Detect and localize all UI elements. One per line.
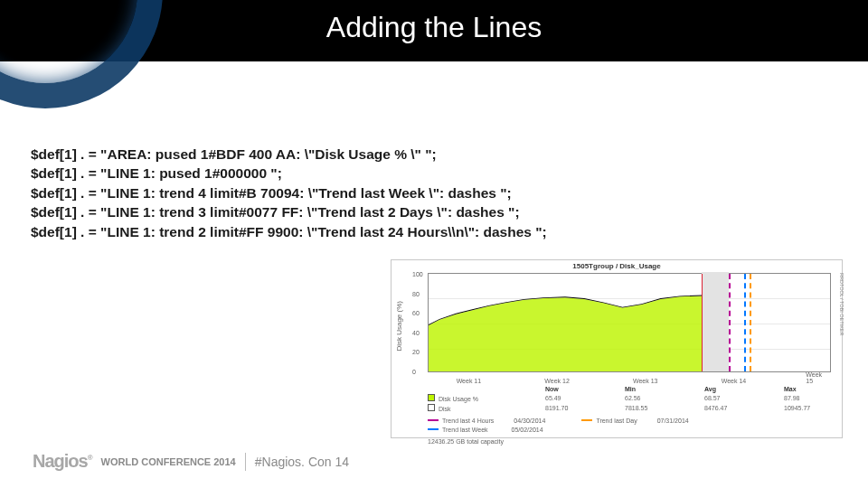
now-marker — [702, 274, 703, 371]
trend-start: 04/30/2014 — [514, 417, 545, 426]
y-tick: 60 — [412, 310, 420, 316]
code-line: $def[1] . = "AREA: pused 1#BDF 400 AA: \… — [31, 145, 837, 164]
cell: 65.49 — [545, 394, 625, 404]
footer-divider — [245, 453, 246, 471]
th-now: Now — [545, 385, 625, 394]
x-tick: Week 12 — [544, 378, 570, 384]
x-tick: Week 11 — [457, 378, 482, 384]
code-block: $def[1] . = "AREA: pused 1#BDF 400 AA: \… — [0, 61, 868, 241]
cell: 87.98 — [784, 394, 863, 404]
code-line: $def[1] . = "LINE 1: trend 3 limit#0077 … — [31, 202, 837, 221]
trend-24h-dash — [750, 274, 751, 371]
th-min: Min — [625, 385, 704, 394]
disk-usage-chart: 1505Tgroup / Disk_Usage RRDTOOL / TOBI O… — [391, 259, 843, 438]
trend-label: Trend last 4 Hours — [442, 417, 494, 426]
trend-end: 07/31/2014 — [657, 417, 689, 426]
rrdtool-credit: RRDTOOL / TOBI OETIKER — [839, 273, 844, 335]
legend-item: Disk — [428, 404, 545, 414]
y-tick: 80 — [412, 290, 420, 296]
cell: 68.57 — [704, 394, 784, 404]
hashtag: #Nagios. Con 14 — [255, 455, 349, 469]
y-axis-label: Disk Usage (%) — [395, 301, 403, 352]
y-tick: 0 — [412, 369, 416, 375]
y-tick: 40 — [412, 329, 420, 335]
trend-start: 05/02/2014 — [512, 426, 543, 435]
slide-title: Adding the Lines — [0, 11, 868, 44]
cell: 7818.55 — [625, 404, 704, 414]
th-max: Max — [784, 385, 863, 394]
trend-legend-row: Trend last 4 Hours 04/30/2014 Trend last… — [428, 417, 831, 426]
chart-title: 1505Tgroup / Disk_Usage — [392, 262, 842, 270]
y-tick: 20 — [412, 349, 420, 355]
x-tick: Week 15 — [806, 371, 822, 384]
y-tick: 100 — [412, 271, 423, 277]
capacity-note: 12436.25 GB total capacity — [428, 437, 831, 446]
x-tick: Week 13 — [633, 378, 658, 384]
trend-label: Trend last Day — [596, 417, 637, 426]
conference-label: WORLD CONFERENCE 2014 — [101, 456, 236, 467]
trend-week-dash — [729, 274, 731, 371]
stats-table: Now Min Avg Max Disk Usage % 65.49 62.56… — [428, 385, 831, 413]
slide-footer: Nagios® WORLD CONFERENCE 2014 #Nagios. C… — [33, 451, 349, 472]
nagios-logo: Nagios® — [33, 451, 92, 472]
cell: 8476.47 — [704, 404, 784, 414]
chart-legend: Now Min Avg Max Disk Usage % 65.49 62.56… — [428, 385, 831, 446]
cell: 8191.70 — [545, 404, 625, 414]
trend-2days-dash — [744, 274, 746, 371]
th-avg: Avg — [704, 385, 784, 394]
code-line: $def[1] . = "LINE 1: pused 1#000000 "; — [31, 164, 837, 183]
trend-legend-row: Trend last Week 05/02/2014 — [428, 426, 831, 435]
code-line: $def[1] . = "LINE 1: trend 4 limit#B 700… — [31, 183, 837, 202]
slide-header: Adding the Lines — [0, 0, 868, 61]
code-line: $def[1] . = "LINE 1: trend 2 limit#FF 99… — [31, 222, 837, 241]
x-tick: Week 14 — [722, 378, 747, 384]
future-zone — [702, 272, 729, 371]
plot-area: 0 20 40 60 80 100 Week 11 Week 12 Week 1… — [428, 273, 831, 372]
cell: 62.56 — [625, 394, 704, 404]
disk-usage-area — [429, 292, 702, 371]
cell: 10945.77 — [784, 404, 863, 414]
legend-item: Disk Usage % — [428, 394, 545, 404]
trend-label: Trend last Week — [442, 426, 488, 435]
